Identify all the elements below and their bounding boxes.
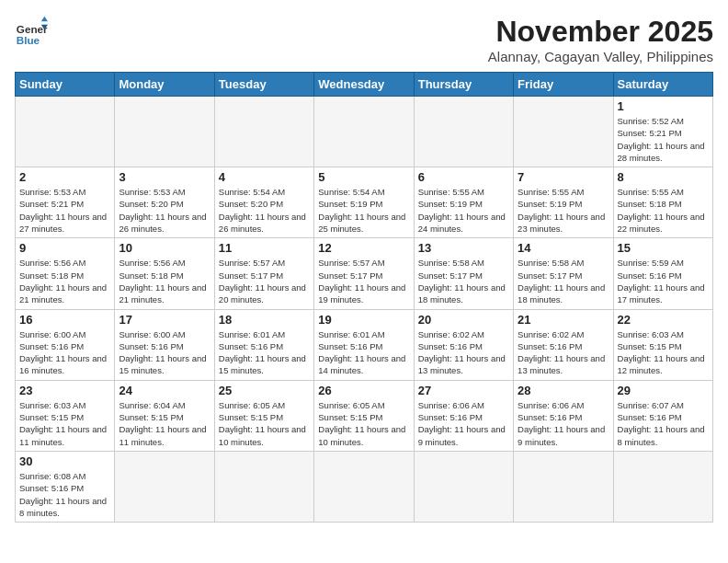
day-8: 8 Sunrise: 5:55 AMSunset: 5:18 PMDayligh…: [613, 167, 712, 238]
day-3: 3 Sunrise: 5:53 AMSunset: 5:20 PMDayligh…: [115, 167, 214, 238]
empty-cell: [115, 97, 214, 167]
day-2: 2 Sunrise: 5:53 AMSunset: 5:21 PMDayligh…: [16, 167, 115, 238]
header-thursday: Thursday: [414, 73, 513, 97]
header-saturday: Saturday: [613, 73, 712, 97]
empty-cell: [314, 97, 414, 167]
calendar-row-2: 2 Sunrise: 5:53 AMSunset: 5:21 PMDayligh…: [16, 167, 713, 238]
day-10: 10 Sunrise: 5:56 AMSunset: 5:18 PMDaylig…: [115, 238, 214, 309]
day-28: 28 Sunrise: 6:06 AMSunset: 5:16 PMDaylig…: [514, 380, 613, 451]
empty-cell: [16, 97, 115, 167]
day-5: 5 Sunrise: 5:54 AMSunset: 5:19 PMDayligh…: [314, 167, 414, 238]
calendar-row-3: 9 Sunrise: 5:56 AMSunset: 5:18 PMDayligh…: [16, 238, 713, 309]
header-monday: Monday: [115, 73, 214, 97]
calendar-row-1: 1 Sunrise: 5:52 AMSunset: 5:21 PMDayligh…: [16, 97, 713, 167]
empty-cell: [214, 451, 313, 522]
weekday-header-row: Sunday Monday Tuesday Wednesday Thursday…: [16, 73, 713, 97]
day-22: 22 Sunrise: 6:03 AMSunset: 5:15 PMDaylig…: [613, 309, 712, 380]
month-title: November 2025: [488, 15, 713, 49]
title-block: November 2025 Alannay, Cagayan Valley, P…: [488, 15, 713, 64]
page-header: General Blue November 2025 Alannay, Caga…: [15, 15, 713, 64]
svg-marker-2: [41, 17, 48, 21]
header-tuesday: Tuesday: [214, 73, 313, 97]
calendar-row-4: 16 Sunrise: 6:00 AMSunset: 5:16 PMDaylig…: [16, 309, 713, 380]
day-13: 13 Sunrise: 5:58 AMSunset: 5:17 PMDaylig…: [414, 238, 513, 309]
day-18: 18 Sunrise: 6:01 AMSunset: 5:16 PMDaylig…: [214, 309, 313, 380]
calendar-row-5: 23 Sunrise: 6:03 AMSunset: 5:15 PMDaylig…: [16, 380, 713, 451]
header-sunday: Sunday: [16, 73, 115, 97]
day-17: 17 Sunrise: 6:00 AMSunset: 5:16 PMDaylig…: [115, 309, 214, 380]
day-14: 14 Sunrise: 5:58 AMSunset: 5:17 PMDaylig…: [514, 238, 613, 309]
calendar-table: Sunday Monday Tuesday Wednesday Thursday…: [15, 72, 713, 523]
empty-cell: [414, 451, 513, 522]
logo: General Blue: [15, 15, 48, 48]
day-12: 12 Sunrise: 5:57 AMSunset: 5:17 PMDaylig…: [314, 238, 414, 309]
day-29: 29 Sunrise: 6:07 AMSunset: 5:16 PMDaylig…: [613, 380, 712, 451]
location: Alannay, Cagayan Valley, Philippines: [488, 49, 713, 64]
day-19: 19 Sunrise: 6:01 AMSunset: 5:16 PMDaylig…: [314, 309, 414, 380]
day-6: 6 Sunrise: 5:55 AMSunset: 5:19 PMDayligh…: [414, 167, 513, 238]
day-27: 27 Sunrise: 6:06 AMSunset: 5:16 PMDaylig…: [414, 380, 513, 451]
empty-cell: [214, 97, 313, 167]
header-wednesday: Wednesday: [314, 73, 414, 97]
day-9: 9 Sunrise: 5:56 AMSunset: 5:18 PMDayligh…: [16, 238, 115, 309]
header-friday: Friday: [514, 73, 613, 97]
day-16: 16 Sunrise: 6:00 AMSunset: 5:16 PMDaylig…: [16, 309, 115, 380]
empty-cell: [613, 451, 712, 522]
day-20: 20 Sunrise: 6:02 AMSunset: 5:16 PMDaylig…: [414, 309, 513, 380]
svg-text:Blue: Blue: [17, 34, 40, 46]
empty-cell: [514, 97, 613, 167]
day-25: 25 Sunrise: 6:05 AMSunset: 5:15 PMDaylig…: [214, 380, 313, 451]
empty-cell: [414, 97, 513, 167]
empty-cell: [115, 451, 214, 522]
day-30: 30 Sunrise: 6:08 AMSunset: 5:16 PMDaylig…: [16, 451, 115, 522]
day-15: 15 Sunrise: 5:59 AMSunset: 5:16 PMDaylig…: [613, 238, 712, 309]
empty-cell: [514, 451, 613, 522]
logo-icon: General Blue: [15, 15, 48, 48]
day-7: 7 Sunrise: 5:55 AMSunset: 5:19 PMDayligh…: [514, 167, 613, 238]
day-23: 23 Sunrise: 6:03 AMSunset: 5:15 PMDaylig…: [16, 380, 115, 451]
empty-cell: [314, 451, 414, 522]
day-11: 11 Sunrise: 5:57 AMSunset: 5:17 PMDaylig…: [214, 238, 313, 309]
day-21: 21 Sunrise: 6:02 AMSunset: 5:16 PMDaylig…: [514, 309, 613, 380]
day-24: 24 Sunrise: 6:04 AMSunset: 5:15 PMDaylig…: [115, 380, 214, 451]
day-1: 1 Sunrise: 5:52 AMSunset: 5:21 PMDayligh…: [613, 97, 712, 167]
day-26: 26 Sunrise: 6:05 AMSunset: 5:15 PMDaylig…: [314, 380, 414, 451]
day-4: 4 Sunrise: 5:54 AMSunset: 5:20 PMDayligh…: [214, 167, 313, 238]
calendar-row-6: 30 Sunrise: 6:08 AMSunset: 5:16 PMDaylig…: [16, 451, 713, 522]
